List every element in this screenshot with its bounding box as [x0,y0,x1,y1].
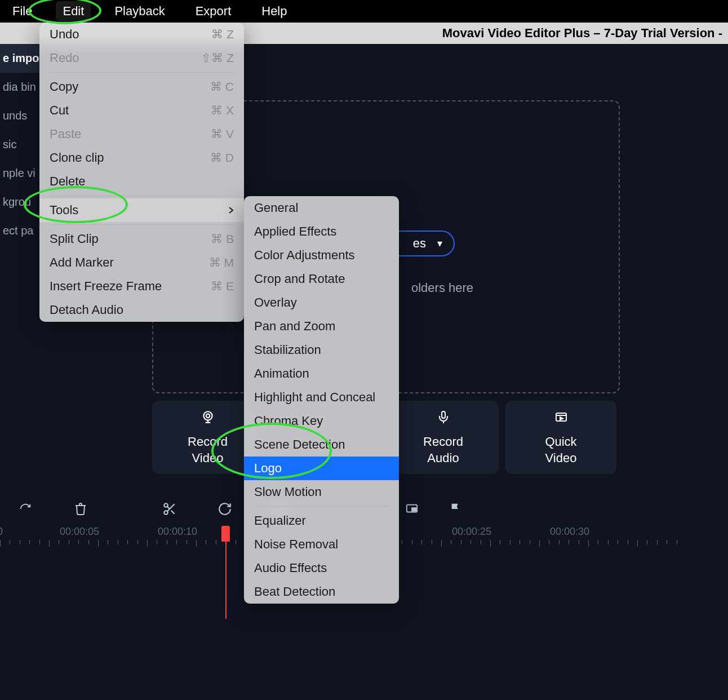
menu-delete[interactable]: Delete [39,170,244,193]
ruler-label: 00:00:05 [60,526,99,538]
svg-rect-15 [412,508,416,511]
playhead[interactable] [221,526,230,542]
menu-insert-freeze-frame[interactable]: Insert Freeze Frame ⌘ E [39,274,244,298]
menu-edit[interactable]: Edit [56,1,91,21]
ruler-label: 00:00:10 [158,526,197,538]
svg-line-13 [167,507,170,509]
svg-point-0 [203,411,212,420]
menu-detach-audio[interactable]: Detach Audio [39,298,244,322]
scissors-icon[interactable] [161,500,178,517]
menu-noise-removal[interactable]: Noise Removal [244,533,399,556]
mic-icon [435,409,452,426]
svg-point-1 [206,414,210,418]
menu-separator [50,196,234,196]
menu-overlay[interactable]: Overlay [244,291,399,314]
menu-separator [50,224,234,225]
sidebar-item-effect-packages[interactable]: ect pa [0,216,42,245]
menu-beat-detection[interactable]: Beat Detection [244,580,399,604]
menu-playback[interactable]: Playback [108,1,171,21]
flag-icon[interactable] [447,500,464,517]
svg-point-9 [164,503,168,507]
record-audio-label: Record Audio [423,434,463,466]
menu-crop-rotate[interactable]: Crop and Rotate [244,267,399,291]
chevron-down-icon[interactable]: ▾ [437,237,442,250]
record-video-label: Record Video [188,434,228,466]
edit-menu-dropdown: Undo ⌘ Z Redo ⇧⌘ Z Copy ⌘ C Cut ⌘ X Past… [39,23,244,322]
menu-copy[interactable]: Copy ⌘ C [39,75,244,99]
menu-scene-detection[interactable]: Scene Detection [244,433,399,457]
svg-marker-8 [560,417,563,420]
menu-redo[interactable]: Redo ⇧⌘ Z [39,46,244,70]
svg-point-10 [164,511,168,515]
sidebar: e impo dia bin unds sic nple vi kgrou ec… [0,44,42,700]
webcam-icon [199,409,216,426]
menu-applied-effects[interactable]: Applied Effects [244,220,399,243]
menu-cut[interactable]: Cut ⌘ X [39,99,244,122]
window-title: Movavi Video Editor Plus – 7-Day Trial V… [442,26,722,41]
tools-submenu-dropdown: General Applied Effects Color Adjustment… [244,196,399,604]
svg-line-12 [171,511,175,514]
menubar: File Edit Playback Export Help [0,0,728,23]
sidebar-item-sample-video[interactable]: nple vi [0,159,42,188]
record-audio-button[interactable]: Record Audio [388,401,499,474]
menu-slow-motion[interactable]: Slow Motion [244,480,399,504]
quick-video-button[interactable]: Quick Video [505,401,616,474]
pip-icon[interactable] [403,500,420,517]
ruler-label: 00:00:30 [550,526,589,538]
chevron-right-icon [228,203,234,218]
menu-tools[interactable]: Tools [39,198,244,222]
video-icon [553,409,570,426]
menu-export[interactable]: Export [189,1,238,21]
menu-file[interactable]: File [6,1,39,21]
menu-separator [50,72,234,73]
menu-pan-zoom[interactable]: Pan and Zoom [244,314,399,338]
menu-general[interactable]: General [244,196,399,220]
trash-icon[interactable] [72,500,89,517]
menu-split-clip[interactable]: Split Clip ⌘ B [39,227,244,251]
menu-animation[interactable]: Animation [244,362,399,386]
menu-paste[interactable]: Paste ⌘ V [39,122,244,146]
menu-color-adjustments[interactable]: Color Adjustments [244,243,399,267]
menu-stabilization[interactable]: Stabilization [244,338,399,362]
menu-undo[interactable]: Undo ⌘ Z [39,23,244,46]
playhead-line [225,540,227,619]
svg-rect-4 [442,411,445,418]
add-files-label: es [413,236,426,251]
rotate-icon[interactable] [216,500,233,517]
menu-help[interactable]: Help [255,1,294,21]
menu-logo[interactable]: Logo [244,457,399,480]
menu-chroma-key[interactable]: Chroma Key [244,409,399,433]
sidebar-item-music[interactable]: sic [0,130,42,159]
menu-equalizer[interactable]: Equalizer [244,509,399,533]
sidebar-item-sounds[interactable]: unds [0,101,42,130]
redo-icon[interactable] [17,500,34,517]
menu-highlight-conceal[interactable]: Highlight and Conceal [244,386,399,409]
ruler-label: 0 [0,526,3,538]
ruler-label: 00:00:25 [452,526,491,538]
sidebar-item-media-bin[interactable]: dia bin [0,73,42,101]
dropzone-hint: olders here [411,281,473,295]
menu-audio-effects[interactable]: Audio Effects [244,556,399,580]
menu-add-marker[interactable]: Add Marker ⌘ M [39,251,244,274]
quick-video-label: Quick Video [545,434,576,466]
menu-clone-clip[interactable]: Clone clip ⌘ D [39,146,244,170]
sidebar-item-import[interactable]: e impo [0,44,42,73]
sidebar-item-backgrounds[interactable]: kgrou [0,188,42,216]
menu-separator [254,506,389,507]
